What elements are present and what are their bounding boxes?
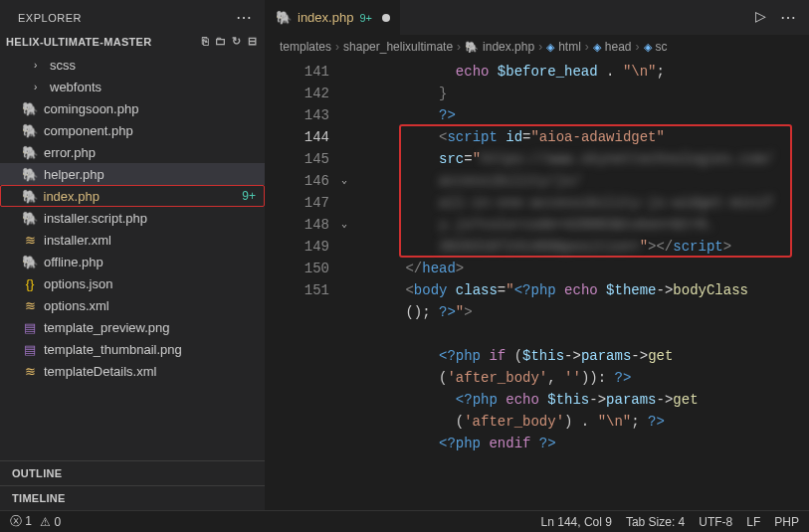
- chevron-right-icon: ›: [636, 40, 640, 54]
- code-line[interactable]: all-in-one-accessibility-js-widget-minif: [355, 192, 809, 214]
- file-label: template_preview.png: [44, 320, 169, 335]
- tab-index-php[interactable]: 🐘 index.php 9+: [266, 0, 401, 35]
- new-folder-icon[interactable]: 🗀: [215, 35, 226, 48]
- file-label: scss: [50, 58, 76, 73]
- timeline-section[interactable]: TIMELINE: [0, 485, 265, 510]
- run-icon[interactable]: ▷: [755, 8, 766, 27]
- badge: 9+: [242, 189, 256, 203]
- eol[interactable]: LF: [746, 515, 760, 529]
- tree-item-error-php[interactable]: 🐘error.php: [0, 141, 265, 163]
- bc-shaper[interactable]: shaper_helixultimate: [343, 40, 453, 54]
- tree-item-installer-script-php[interactable]: 🐘installer.script.php: [0, 207, 265, 229]
- code-line[interactable]: echo $before_head . "\n";: [355, 61, 809, 83]
- code-line[interactable]: </head>: [355, 258, 809, 279]
- tree-item-template_thumbnail-png[interactable]: ▤template_thumbnail.png: [0, 338, 265, 360]
- img-icon: ▤: [22, 320, 38, 335]
- tree-item-helper-php[interactable]: 🐘helper.php: [0, 163, 265, 185]
- php-icon: 🐘: [22, 123, 38, 138]
- tree-item-index-php[interactable]: 🐘index.php9+: [0, 185, 265, 207]
- bc-head[interactable]: head: [605, 40, 632, 54]
- warning-count[interactable]: ⚠ 0: [40, 515, 61, 529]
- code-line[interactable]: <?php echo $this->params->get: [355, 389, 809, 411]
- tree-item-template_preview-png[interactable]: ▤template_preview.png: [0, 316, 265, 338]
- new-file-icon[interactable]: ⎘: [202, 35, 209, 48]
- php-icon: 🐘: [22, 255, 38, 269]
- tab-badge: 9+: [359, 12, 372, 24]
- file-label: component.php: [44, 123, 133, 138]
- encoding[interactable]: UTF-8: [699, 515, 732, 529]
- line-number: 143: [266, 104, 329, 126]
- tree-item-options-json[interactable]: {}options.json: [0, 272, 265, 294]
- bc-templates[interactable]: templates: [280, 40, 331, 54]
- bc-sc[interactable]: sc: [656, 40, 668, 54]
- line-number: 147: [266, 192, 329, 214]
- file-label: template_thumbnail.png: [44, 342, 182, 357]
- tree-item-offline-php[interactable]: 🐘offline.php: [0, 251, 265, 272]
- file-label: index.php: [44, 189, 100, 204]
- file-label: offline.php: [44, 255, 103, 269]
- code-line[interactable]: <?php endif ?>: [355, 433, 809, 454]
- tree-item-options-xml[interactable]: ≋options.xml: [0, 294, 265, 316]
- code-content[interactable]: echo $before_head . "\n"; } ?> <script i…: [355, 59, 809, 510]
- file-label: comingsoon.php: [44, 101, 138, 116]
- tree-item-webfonts[interactable]: ›webfonts: [0, 76, 265, 97]
- code-line[interactable]: [355, 323, 809, 345]
- tree-item-installer-xml[interactable]: ≋installer.xml: [0, 229, 265, 251]
- bc-index[interactable]: index.php: [483, 40, 534, 54]
- line-number: 144: [266, 126, 329, 148]
- refresh-icon[interactable]: ↻: [232, 35, 241, 48]
- php-icon: 🐘: [22, 145, 38, 160]
- php-icon: 🐘: [22, 101, 38, 116]
- chevron-right-icon: ›: [538, 40, 542, 54]
- code-line[interactable]: src="https://www.skynettechnologies.com/: [355, 148, 809, 170]
- tab-size[interactable]: Tab Size: 4: [626, 515, 685, 529]
- code-line[interactable]: <script id="aioa-adawidget": [355, 126, 809, 148]
- code-line[interactable]: [355, 454, 809, 476]
- line-gutter: 141142143144145146⌄147148⌄149150151: [266, 59, 355, 510]
- tree-item-scss[interactable]: ›scss: [0, 54, 265, 76]
- collapse-icon[interactable]: ⊟: [248, 35, 257, 48]
- php-icon: 🐘: [22, 167, 38, 182]
- fold-icon[interactable]: ⌄: [341, 170, 347, 192]
- chevron-right-icon: ›: [585, 40, 589, 54]
- code-line[interactable]: y.js?colorcode=420083&token=&t=0.: [355, 214, 809, 236]
- tab-bar: 🐘 index.php 9+ ▷ ⋯: [266, 0, 809, 35]
- code-line[interactable]: accessibility/js/: [355, 170, 809, 192]
- error-count[interactable]: ⓧ 1: [10, 513, 32, 530]
- file-label: webfonts: [50, 80, 101, 94]
- line-number: 151: [266, 279, 329, 301]
- bc-html[interactable]: html: [558, 40, 581, 54]
- code-line[interactable]: (); ?>">: [355, 301, 809, 323]
- explorer-title: EXPLORER: [18, 12, 82, 24]
- project-header[interactable]: HELIX-ULTIMATE-MASTER ⎘ 🗀 ↻ ⊟: [0, 31, 265, 52]
- fold-icon[interactable]: ⌄: [341, 214, 347, 236]
- language-mode[interactable]: PHP: [774, 515, 799, 529]
- line-number: 149: [266, 236, 329, 258]
- code-line[interactable]: ('after_body') . "\n"; ?>: [355, 411, 809, 433]
- code-line[interactable]: ('after_body', '')): ?>: [355, 367, 809, 389]
- outline-section[interactable]: OUTLINE: [0, 460, 265, 485]
- json-icon: {}: [22, 276, 38, 291]
- tree-item-comingsoon-php[interactable]: 🐘comingsoon.php: [0, 97, 265, 119]
- file-label: helper.php: [44, 167, 104, 182]
- xml-icon: ≋: [22, 298, 38, 313]
- file-label: options.xml: [44, 298, 109, 313]
- line-number: 145: [266, 148, 329, 170]
- chevron-right-icon: ›: [457, 40, 461, 54]
- chevron-right-icon: ›: [335, 40, 339, 54]
- file-label: error.php: [44, 145, 96, 160]
- code-line[interactable]: <?php if ($this->params->get: [355, 345, 809, 367]
- code-line[interactable]: ?>: [355, 104, 809, 126]
- code-line[interactable]: }: [355, 83, 809, 104]
- tree-item-component-php[interactable]: 🐘component.php: [0, 119, 265, 141]
- cursor-position[interactable]: Ln 144, Col 9: [541, 515, 612, 529]
- breadcrumb[interactable]: templates › shaper_helixultimate › 🐘 ind…: [266, 35, 809, 59]
- php-icon: 🐘: [276, 10, 292, 25]
- project-name: HELIX-ULTIMATE-MASTER: [6, 36, 151, 48]
- more-tab-icon[interactable]: ⋯: [780, 8, 797, 27]
- code-line[interactable]: 30263107241468&position="></script>: [355, 236, 809, 258]
- more-icon[interactable]: ⋯: [236, 8, 253, 27]
- code-line[interactable]: <body class="<?php echo $theme->bodyClas…: [355, 279, 809, 301]
- code-area[interactable]: 141142143144145146⌄147148⌄149150151 echo…: [266, 59, 809, 510]
- tree-item-templateDetails-xml[interactable]: ≋templateDetails.xml: [0, 360, 265, 382]
